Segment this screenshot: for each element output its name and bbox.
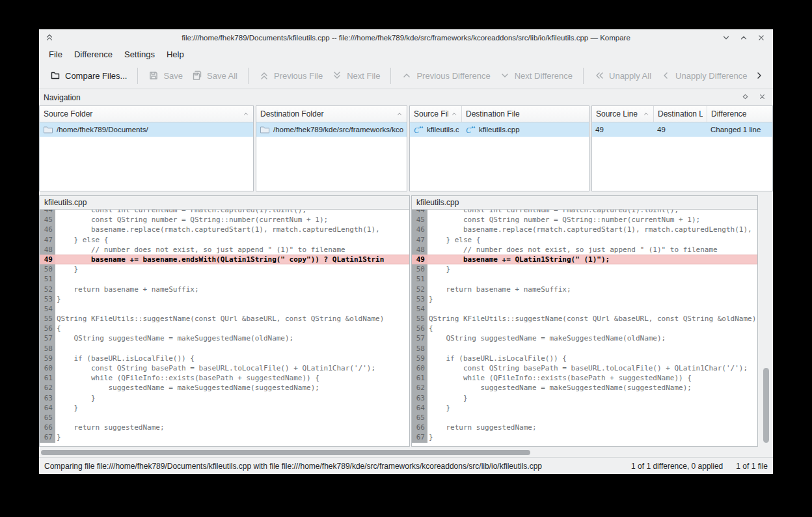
- navigation-row-lines[interactable]: 4949Changed 1 line: [592, 122, 772, 137]
- horizontal-scrollbar-thumb[interactable]: [41, 450, 530, 455]
- unapply-difference-button[interactable]: Unapply Difference: [656, 67, 751, 84]
- column-header-destination-folder-0[interactable]: Destination Folder: [256, 106, 407, 122]
- sort-indicator: [243, 111, 249, 117]
- navigation-list-source-folder: Source Folder/home/fhek789/Documents/: [39, 105, 254, 191]
- column-label: Destination File: [466, 109, 585, 119]
- navigation-row-source-folder[interactable]: /home/fhek789/Documents/: [40, 122, 253, 137]
- line-number: 57: [40, 333, 55, 343]
- menu-difference[interactable]: Difference: [68, 48, 118, 61]
- line-text: }: [427, 294, 757, 304]
- line-text: suggestedName = makeSuggestedName(sugges…: [427, 383, 757, 393]
- line-text: [55, 413, 409, 423]
- column-header-lines-2[interactable]: Difference: [707, 106, 772, 122]
- dock-close-button[interactable]: [758, 92, 766, 101]
- line-number: 44: [412, 210, 427, 215]
- menu-file[interactable]: File: [43, 48, 68, 61]
- source-code-line-65: 65: [40, 413, 409, 423]
- toolbar-separator: [137, 68, 138, 84]
- horizontal-scrollbar[interactable]: [39, 448, 773, 457]
- next-file-button[interactable]: Next File: [327, 67, 385, 84]
- line-number: 54: [412, 304, 427, 314]
- navigation-dock-header: Navigation: [39, 89, 773, 105]
- status-difference-count: 1 of 1 difference, 0 applied: [631, 462, 723, 471]
- close-icon: [758, 92, 766, 101]
- source-code-line-51: 51: [40, 274, 409, 284]
- toolbar-overflow-button[interactable]: [751, 68, 767, 83]
- navigation-list-files: Source FileDestination FileCkfileutils.c…: [409, 105, 589, 191]
- source-code-line-63: 63 }: [40, 393, 409, 403]
- column-header-lines-1[interactable]: Destination Line: [654, 106, 707, 122]
- navigation-header-destination-folder: Destination Folder: [256, 106, 407, 122]
- chevron-down-icon: [722, 33, 731, 42]
- line-text: const int currentNum = rmatch.captured(1…: [55, 210, 409, 215]
- column-label: Destination Line: [658, 109, 703, 119]
- next-difference-button[interactable]: Next Difference: [495, 67, 577, 84]
- line-text: QString KFileUtils::suggestName(const QU…: [55, 314, 409, 324]
- chevron-up-icon: [739, 33, 748, 42]
- navigation-header-source-folder: Source Folder: [40, 106, 253, 122]
- line-text: basename += QLatin1String(" (1)");: [427, 255, 757, 264]
- column-header-source-folder-0[interactable]: Source Folder: [40, 106, 253, 122]
- line-number: 61: [412, 373, 427, 383]
- destination-code-line-60: 60 const QString basePath = baseURL.toLo…: [412, 363, 757, 373]
- diamond-icon: [741, 92, 750, 101]
- destination-code-line-66: 66 return suggestedName;: [412, 423, 757, 432]
- navigation-row-files[interactable]: Ckfileutils.c...Ckfileutils.cpp: [410, 122, 589, 137]
- previous-difference-button[interactable]: Previous Difference: [397, 67, 494, 84]
- close-button[interactable]: [756, 33, 766, 43]
- sort-indicator: [396, 111, 403, 117]
- column-label: Source Line: [596, 109, 640, 119]
- cell-text: kfileutils.cpp: [479, 126, 520, 133]
- chevron-up-icon: [643, 111, 649, 117]
- vertical-scrollbar-thumb[interactable]: [763, 368, 769, 443]
- line-text: }: [55, 294, 409, 304]
- sort-indicator: [643, 111, 649, 117]
- destination-code-line-53: 53}: [412, 294, 757, 304]
- save-label: Save: [163, 71, 183, 81]
- destination-code-line-54: 54: [412, 304, 757, 314]
- navigation-row-destination-folder[interactable]: /home/fhek789/kde/src/frameworks/kcoread…: [256, 122, 407, 137]
- menu-settings[interactable]: Settings: [118, 48, 161, 61]
- line-text: while (QFileInfo::exists(basePath + sugg…: [427, 373, 757, 383]
- unapply-all-button[interactable]: Unapply All: [589, 67, 656, 84]
- minimize-button[interactable]: [721, 33, 731, 43]
- dock-float-button[interactable]: [741, 92, 750, 101]
- navigation-cell: Changed 1 line: [707, 126, 772, 133]
- line-number: 65: [412, 413, 427, 423]
- line-number: 48: [40, 245, 55, 255]
- line-number: 54: [40, 304, 55, 314]
- toolbar-separator: [583, 68, 584, 84]
- destination-code-line-52: 52 return basename + nameSuffix;: [412, 285, 757, 294]
- source-code-line-66: 66 return suggestedName;: [40, 423, 409, 432]
- vertical-scrollbar[interactable]: [759, 195, 773, 447]
- destination-code-line-48: 48 // number does not exist, so just app…: [412, 245, 757, 255]
- unapply-all-label: Unapply All: [609, 71, 651, 81]
- line-text: {: [427, 324, 757, 333]
- save-all-button[interactable]: Save All: [187, 67, 242, 84]
- source-code-line-55: 55QString KFileUtils::suggestName(const …: [40, 314, 409, 324]
- cell-text: 49: [657, 126, 666, 133]
- line-number: 60: [412, 363, 427, 373]
- maximize-button[interactable]: [738, 33, 749, 43]
- compare-files-button[interactable]: Compare Files...: [46, 67, 131, 84]
- source-pane-title: kfileutils.cpp: [44, 198, 87, 207]
- line-number: 59: [412, 354, 427, 363]
- double-chevron-left-icon: [594, 70, 604, 81]
- cpp-file-icon: C: [465, 124, 476, 135]
- menu-help[interactable]: Help: [161, 48, 190, 61]
- save-button[interactable]: Save: [144, 67, 187, 84]
- line-text: basename += basename.endsWith(QLatin1Str…: [55, 255, 409, 264]
- previous-file-button[interactable]: Previous File: [254, 67, 327, 84]
- column-label: Source File: [414, 109, 448, 119]
- line-text: QString KFileUtils::suggestName(const QU…: [427, 314, 757, 324]
- source-code-line-48: 48 // number does not exist, so just app…: [40, 245, 409, 255]
- line-number: 58: [40, 344, 55, 354]
- column-header-lines-0[interactable]: Source Line: [592, 106, 654, 122]
- column-header-files-1[interactable]: Destination File: [462, 106, 589, 122]
- column-header-files-0[interactable]: Source File: [410, 106, 462, 122]
- source-code-line-60: 60 const QString basePath = baseURL.toLo…: [40, 363, 409, 373]
- window-shade-icon[interactable]: [45, 33, 54, 42]
- chevron-right-icon: [754, 70, 765, 81]
- destination-code-line-55: 55QString KFileUtils::suggestName(const …: [412, 314, 757, 324]
- line-text: }: [427, 264, 757, 274]
